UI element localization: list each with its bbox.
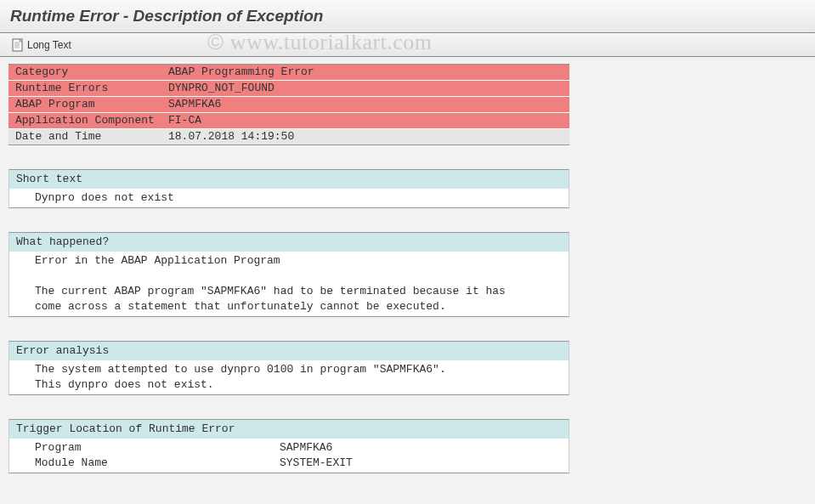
header-label: ABAP Program (8, 97, 161, 112)
header-value: DYNPRO_NOT_FOUND (161, 81, 569, 96)
short-text-section: Short text Dynpro does not exist (8, 169, 569, 208)
content-area: CategoryABAP Programming ErrorRuntime Er… (0, 64, 815, 482)
section-header: Trigger Location of Runtime Error (9, 420, 569, 439)
header-row: Application ComponentFI-CA (8, 113, 569, 129)
header-row: Date and Time18.07.2018 14:19:50 (8, 129, 569, 144)
kv-label: Program (35, 440, 280, 456)
what-happened-section: What happened? Error in the ABAP Applica… (8, 232, 569, 317)
text-line: The system attempted to use dynpro 0100 … (35, 362, 562, 377)
header-row: CategoryABAP Programming Error (8, 65, 569, 81)
header-value: SAPMFKA6 (161, 97, 569, 112)
text-line: come across a statement that unfortunate… (35, 299, 562, 314)
text-line: This dynpro does not exist. (35, 377, 562, 393)
kv-label: Module Name (35, 456, 280, 471)
section-header: Short text (9, 170, 569, 189)
title-bar: Runtime Error - Description of Exception (0, 0, 815, 33)
kv-value: SYSTEM-EXIT (280, 456, 353, 471)
error-analysis-section: Error analysis The system attempted to u… (8, 341, 569, 395)
header-label: Application Component (8, 113, 161, 128)
header-value: FI-CA (161, 113, 569, 128)
header-row: Runtime ErrorsDYNPRO_NOT_FOUND (8, 81, 569, 97)
header-value: ABAP Programming Error (161, 65, 569, 80)
section-header: What happened? (9, 233, 569, 252)
kv-row: Module Name SYSTEM-EXIT (35, 456, 562, 471)
kv-value: SAPMFKA6 (280, 440, 332, 456)
header-label: Category (8, 65, 161, 80)
text-line (35, 269, 562, 284)
section-header: Error analysis (9, 342, 569, 360)
long-text-label: Long Text (27, 39, 71, 51)
text-line: Error in the ABAP Application Program (35, 253, 562, 269)
long-text-button[interactable]: Long Text (8, 37, 75, 54)
text-line: The current ABAP program "SAPMFKA6" had … (35, 284, 562, 299)
page-title: Runtime Error - Description of Exception (10, 7, 807, 25)
header-row: ABAP ProgramSAPMFKA6 (8, 97, 569, 113)
section-body: The system attempted to use dynpro 0100 … (9, 360, 569, 394)
section-body: Error in the ABAP Application Program Th… (9, 252, 569, 316)
section-body: Program SAPMFKA6 Module Name SYSTEM-EXIT (9, 439, 569, 473)
header-label: Runtime Errors (8, 81, 161, 96)
section-body: Dynpro does not exist (9, 189, 569, 207)
text-line: Dynpro does not exist (35, 190, 562, 206)
header-value: 18.07.2018 14:19:50 (161, 129, 569, 144)
toolbar: Long Text (0, 33, 815, 57)
kv-row: Program SAPMFKA6 (35, 440, 562, 456)
document-icon (12, 38, 24, 52)
error-header-table: CategoryABAP Programming ErrorRuntime Er… (8, 64, 569, 145)
trigger-location-section: Trigger Location of Runtime Error Progra… (8, 419, 569, 473)
header-label: Date and Time (8, 129, 161, 144)
